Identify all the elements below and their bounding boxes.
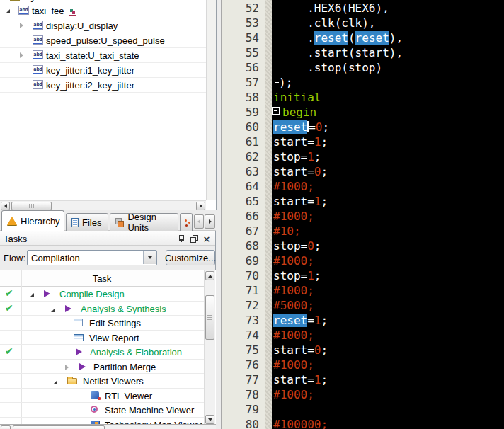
- hierarchy-horizontal-scrollbar[interactable]: [0, 200, 206, 211]
- line-number: 61: [224, 135, 259, 149]
- hscroll-thumb[interactable]: [11, 202, 52, 210]
- code-line[interactable]: .reset(reset),: [272, 30, 504, 45]
- expand-arrow-icon[interactable]: [6, 9, 10, 13]
- code-line[interactable]: .stop(stop): [272, 60, 504, 75]
- tab-hierarchy[interactable]: Hierarchy: [1, 210, 64, 231]
- code-line[interactable]: stop=1;: [272, 268, 504, 283]
- panel-splitter[interactable]: [217, 0, 222, 429]
- tree-row[interactable]: abdtaxi_state:U_taxi_state: [0, 48, 206, 63]
- pin-button[interactable]: [176, 234, 187, 244]
- task-table-header[interactable]: Task: [0, 270, 204, 287]
- scroll-right-button[interactable]: [196, 202, 205, 210]
- hierarchy-vertical-scrollbar[interactable]: [206, 0, 216, 200]
- code-line[interactable]: [272, 402, 504, 417]
- flow-selected-value: Compilation: [31, 253, 80, 263]
- code-line[interactable]: start=0;: [272, 343, 504, 358]
- scroll-down-button[interactable]: [205, 415, 214, 424]
- code-line[interactable]: start=0;: [272, 164, 504, 179]
- task-row[interactable]: View Report: [0, 331, 204, 345]
- tab-files[interactable]: Files: [66, 213, 108, 231]
- task-label: Compile Design: [59, 289, 125, 299]
- code-line[interactable]: );: [272, 75, 504, 90]
- task-row[interactable]: Netlist Viewers: [0, 374, 204, 389]
- code-line[interactable]: reset=1;: [272, 313, 504, 328]
- collapse-arrow-icon[interactable]: [20, 23, 23, 28]
- task-row[interactable]: ✔Analysis & Elaboration: [0, 345, 204, 360]
- vscroll-thumb[interactable]: [205, 295, 214, 340]
- code-text: ;: [321, 373, 328, 387]
- code-line[interactable]: #1000;: [272, 387, 504, 402]
- code-line[interactable]: #1000;: [272, 179, 504, 194]
- code-line[interactable]: .clk(clk),: [272, 16, 504, 30]
- code-line[interactable]: start=1;: [272, 194, 504, 209]
- tree-row[interactable]: abddisplay:U_display: [0, 18, 206, 33]
- code-line[interactable]: stop=1;: [272, 149, 504, 164]
- hierarchy-tree[interactable]: Cyclone IV E: EP4CE115F29C8 abdtaxi_feea…: [0, 0, 206, 200]
- code-text: #10;: [273, 224, 301, 238]
- expand-arrow-icon[interactable]: [51, 308, 55, 312]
- close-button[interactable]: ×: [201, 234, 212, 244]
- scroll-left-button[interactable]: [1, 425, 11, 429]
- code-line[interactable]: #100000;: [272, 417, 504, 429]
- code-line[interactable]: .HEX6(HEX6),: [272, 1, 504, 16]
- collapse-arrow-icon[interactable]: [20, 52, 23, 58]
- tasks-titlebar: Tasks ×: [0, 231, 215, 246]
- navigator-tab-bar: Hierarchy Files Design Units: [0, 210, 216, 231]
- code-line[interactable]: #1000;: [272, 358, 504, 372]
- float-button[interactable]: [188, 234, 200, 244]
- tree-row[interactable]: abdkey_jitter:i2_key_jitter: [0, 78, 206, 93]
- customize-button[interactable]: Customize...: [166, 250, 215, 265]
- code-text: stop=: [273, 269, 307, 282]
- line-number: 59: [224, 105, 259, 120]
- tasks-horizontal-scrollbar[interactable]: [0, 424, 216, 429]
- code-line[interactable]: stop=0;: [272, 239, 504, 253]
- scroll-up-button[interactable]: [205, 271, 214, 280]
- code-line[interactable]: #1000;: [272, 328, 504, 343]
- line-number: 62: [224, 149, 259, 164]
- code-line[interactable]: #10;: [272, 224, 504, 239]
- flow-select[interactable]: Compilation: [27, 250, 157, 265]
- line-number: 77: [224, 372, 259, 387]
- tree-row[interactable]: abdtaxi_fee: [0, 4, 206, 18]
- code-line[interactable]: #1000;: [272, 283, 504, 298]
- scroll-left-button[interactable]: [1, 202, 10, 210]
- task-row[interactable]: ✔Analysis & Synthesis: [0, 302, 204, 316]
- tasks-vertical-scrollbar[interactable]: [204, 270, 215, 425]
- tree-row[interactable]: abdspeed_pulse:U_speed_pulse: [0, 33, 206, 48]
- hscroll-thumb[interactable]: [13, 425, 105, 429]
- code-line[interactable]: #1000;: [272, 209, 504, 224]
- task-row[interactable]: ✔Compile Design: [0, 287, 204, 302]
- code-text: ;: [321, 195, 328, 208]
- code-text: start=: [273, 135, 314, 149]
- tab-overflow-partial[interactable]: [180, 213, 193, 231]
- code-line[interactable]: .start(start),: [272, 45, 504, 60]
- code-line[interactable]: begin: [272, 105, 504, 120]
- task-row[interactable]: Edit Settings: [0, 316, 204, 331]
- expand-arrow-icon[interactable]: [53, 380, 57, 384]
- code-line[interactable]: initial: [272, 90, 504, 105]
- code-line[interactable]: start=1;: [272, 135, 504, 149]
- dropdown-button[interactable]: [143, 251, 156, 264]
- task-row[interactable]: State Machine Viewer: [0, 403, 204, 418]
- code-text: ;: [322, 120, 329, 134]
- tab-scroll-right-button[interactable]: [205, 214, 215, 229]
- code-text: 1: [314, 135, 321, 149]
- code-text: .stop(stop): [273, 61, 382, 74]
- code-line[interactable]: start=1;: [272, 372, 504, 387]
- task-row[interactable]: RTL Viewer: [0, 389, 204, 404]
- tree-row[interactable]: abdkey_jitter:i1_key_jitter: [0, 63, 206, 78]
- line-number: 53: [224, 16, 259, 30]
- task-row[interactable]: Partition Merge: [0, 360, 204, 374]
- tree-item-label: taxi_fee: [32, 6, 76, 16]
- code-text: start=: [273, 165, 314, 178]
- code-editor[interactable]: .HEX6(HEX6), .clk(clk), .reset(reset), .…: [272, 0, 504, 429]
- expand-arrow-icon[interactable]: [30, 293, 34, 297]
- code-line[interactable]: reset=0;: [272, 120, 504, 135]
- code-line[interactable]: #5000;: [272, 298, 504, 313]
- tab-scroll-left-button[interactable]: [194, 214, 204, 229]
- collapse-arrow-icon[interactable]: [65, 365, 69, 370]
- code-line[interactable]: #1000;: [272, 253, 504, 268]
- tab-design-units[interactable]: Design Units: [110, 213, 178, 231]
- code-text: ;: [321, 135, 328, 149]
- editor-fold-margin[interactable]: [265, 0, 272, 429]
